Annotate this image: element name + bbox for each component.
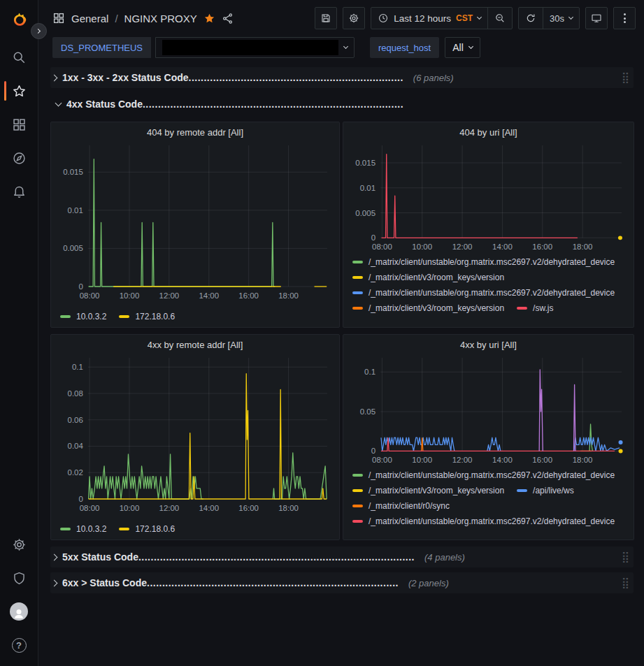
panel-title[interactable]: 404 by uri [All] (350, 127, 627, 138)
breadcrumb-section[interactable]: General (71, 13, 108, 24)
profile-avatar[interactable] (0, 595, 38, 628)
search-icon[interactable] (0, 41, 38, 74)
x-axis-tick-label: 16:00 (532, 242, 552, 251)
legend-item[interactable]: /_matrix/client/unstable/org.matrix.msc2… (352, 257, 615, 267)
refresh-group: 30s (518, 7, 580, 29)
legend-swatch (352, 505, 363, 507)
time-range-label: Last 12 hours (394, 13, 451, 24)
legend-item[interactable]: /_matrix/client/v3/room_keys/version (352, 303, 504, 313)
row-title: 6xx > Status Code (62, 577, 147, 588)
x-axis-tick-label: 10:00 (412, 242, 432, 251)
row-title-dots: ........................................… (143, 99, 403, 110)
sidebar-expand-button[interactable] (31, 23, 47, 39)
x-axis-tick-label: 18:00 (278, 291, 299, 300)
legend-swatch (352, 520, 363, 523)
row-1xx-3xx-2xx[interactable]: 1xx - 3xx - 2xx Status Code ............… (50, 67, 634, 88)
legend-label: /_matrix/client/unstable/org.matrix.msc2… (368, 516, 615, 526)
legend-swatch (60, 528, 71, 530)
x-axis-tick-label: 18:00 (573, 242, 593, 251)
y-axis-tick-label: 0 (78, 495, 83, 503)
legend-swatch (352, 276, 363, 279)
server-admin-shield-icon[interactable] (0, 561, 38, 595)
legend-label: /_matrix/client/unstable/org.matrix.msc2… (368, 257, 615, 267)
legend-swatch (352, 307, 363, 310)
starred-icon[interactable] (0, 74, 38, 108)
dashboard-settings-button[interactable] (343, 7, 365, 29)
legend-item[interactable]: 10.0.3.2 (60, 312, 106, 321)
legend-item[interactable]: /api/live/ws (517, 486, 574, 495)
row-6xx[interactable]: 6xx > Status Code ......................… (50, 572, 634, 593)
apps-grid-icon[interactable] (52, 12, 65, 24)
legend-label: /_matrix/client/r0/sync (368, 501, 450, 511)
panel-404-by-remote-addr: 404 by remote addr [All]08:0010:0012:001… (50, 122, 340, 328)
legend-item[interactable]: 10.0.3.2 (60, 524, 106, 534)
row-title: 5xx Status Code (62, 551, 138, 563)
y-axis-tick-label: 0.01 (68, 206, 83, 215)
zoom-out-button[interactable] (487, 8, 512, 29)
time-series-chart[interactable]: 08:0010:0012:0014:0016:0018:0000.0050.01… (350, 140, 627, 254)
save-dashboard-button[interactable] (315, 7, 337, 29)
legend-item[interactable]: /_matrix/client/unstable/org.matrix.msc2… (352, 288, 615, 298)
time-series-chart[interactable]: 08:0010:0012:0014:0016:0018:0000.020.040… (57, 352, 333, 516)
legend-item[interactable]: 172.18.0.6 (119, 524, 175, 534)
dashboards-icon[interactable] (0, 108, 38, 141)
x-axis-tick-label: 08:00 (80, 504, 100, 512)
chevron-right-icon (51, 74, 58, 81)
row-title-dots: ........................................… (138, 551, 415, 563)
legend-item[interactable]: /_matrix/client/v3/room_keys/version (352, 486, 504, 495)
alerting-bell-icon[interactable] (0, 175, 38, 208)
cycle-view-mode-button[interactable] (585, 7, 608, 29)
refresh-button[interactable] (519, 8, 543, 29)
refresh-icon (525, 13, 536, 24)
x-axis-tick-label: 16:00 (532, 456, 552, 464)
refresh-interval-dropdown[interactable]: 30s (543, 8, 579, 29)
request-host-variable-dropdown[interactable]: All (445, 37, 480, 58)
y-axis-tick-label: 0.01 (360, 184, 375, 192)
panel-title[interactable]: 404 by remote addr [All] (57, 127, 333, 138)
time-series-chart[interactable]: 08:0010:0012:0014:0016:0018:0000.050.1 (350, 352, 627, 468)
breadcrumb-separator: / (115, 13, 117, 24)
legend-item[interactable]: /_matrix/client/r0/sync (352, 501, 450, 511)
configuration-gear-icon[interactable] (0, 528, 38, 561)
time-series-chart[interactable]: 08:0010:0012:0014:0016:0018:0000.0050.01… (57, 140, 333, 303)
y-axis-tick-label: 0.06 (68, 416, 83, 424)
breadcrumb-dashboard-title[interactable]: NGINX PROXY (124, 13, 197, 24)
sidebar-bottom: ? (0, 528, 38, 662)
x-axis-tick-label: 12:00 (159, 504, 180, 512)
time-range-group: Last 12 hours CST (371, 7, 513, 29)
x-axis-tick-label: 08:00 (372, 456, 392, 464)
legend-item[interactable]: /sw.js (517, 303, 553, 313)
datasource-variable-dropdown[interactable] (155, 37, 355, 58)
row-drag-handle[interactable]: ⣿ (622, 578, 629, 588)
row-5xx[interactable]: 5xx Status Code ........................… (50, 546, 634, 567)
y-axis-tick-label: 0 (78, 282, 83, 291)
row-drag-handle[interactable]: ⣿ (622, 552, 629, 563)
more-options-button[interactable] (613, 7, 636, 29)
x-axis-tick-label: 14:00 (199, 291, 219, 300)
x-axis-tick-label: 16:00 (238, 504, 259, 512)
panel-title[interactable]: 4xx by uri [All] (350, 340, 627, 350)
grafana-app: ? General / NGINX PROXY (0, 0, 644, 666)
help-icon[interactable]: ? (0, 628, 38, 662)
legend-item[interactable]: /_matrix/client/unstable/org.matrix.msc2… (352, 516, 615, 526)
row-4xx[interactable]: 4xx Status Code ........................… (50, 94, 634, 115)
legend-item[interactable]: /_matrix/client/v3/room_keys/version (352, 273, 504, 282)
legend-item[interactable]: /_matrix/client/unstable/org.matrix.msc2… (352, 470, 615, 480)
request-host-variable-label: request_host (370, 37, 439, 58)
y-axis-tick-label: 0.005 (355, 209, 375, 217)
share-icon[interactable] (222, 13, 234, 24)
legend-label: 10.0.3.2 (76, 524, 106, 534)
panel-title[interactable]: 4xx by remote addr [All] (57, 340, 333, 350)
chevron-down-icon (343, 44, 348, 49)
favorite-star-icon[interactable] (203, 13, 215, 24)
legend-swatch (517, 307, 527, 310)
grafana-logo-icon[interactable] (8, 8, 29, 29)
legend-item[interactable]: 172.18.0.6 (119, 312, 175, 321)
explore-compass-icon[interactable] (0, 141, 38, 175)
zoom-out-icon (494, 13, 506, 24)
request-host-value: All (452, 42, 464, 53)
row-drag-handle[interactable]: ⣿ (622, 73, 629, 83)
series-line (487, 437, 501, 451)
time-range-picker[interactable]: Last 12 hours CST (371, 8, 487, 29)
y-axis-tick-label: 0.05 (360, 407, 375, 416)
